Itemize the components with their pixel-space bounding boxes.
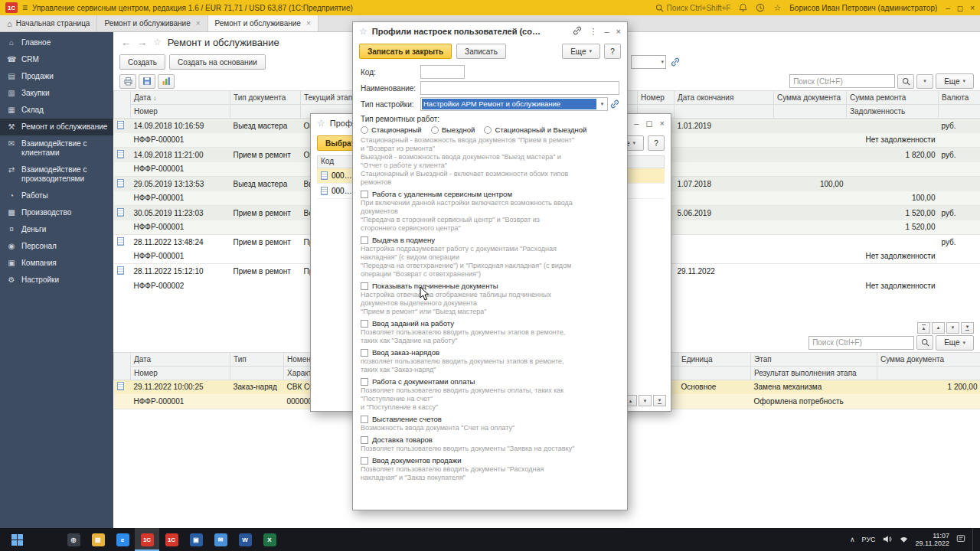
- subordinate-docs-checkbox[interactable]: Показывать подчиненные документы: [361, 282, 619, 290]
- remote-service-checkbox[interactable]: Работа с удаленным сервисным центром: [361, 190, 619, 198]
- more-button[interactable]: Еще▾: [562, 44, 600, 59]
- column-header-end-date[interactable]: Дата окончания: [675, 91, 774, 105]
- user-name[interactable]: Борисов Иван Петрович (администратор): [789, 4, 937, 12]
- next-page-button[interactable]: ▼: [946, 322, 959, 334]
- taskbar-app-explorer[interactable]: ▤: [86, 528, 110, 551]
- sidebar-item-settings[interactable]: ⚙ Настройки: [0, 272, 113, 289]
- search-button[interactable]: [897, 74, 914, 89]
- back-arrow-button[interactable]: ←: [121, 37, 131, 48]
- column-header-date[interactable]: Дата ↓: [131, 91, 230, 105]
- main-menu-icon[interactable]: ≡: [22, 2, 28, 13]
- close-button[interactable]: ×: [616, 27, 621, 36]
- sidebar-item-works[interactable]: ◔ Работы: [0, 187, 113, 204]
- notifications-icon[interactable]: [956, 534, 965, 545]
- sidebar-item-client-interaction[interactable]: ✉ Взаимодействие с клиентами: [0, 135, 113, 161]
- column-header-doc-sum[interactable]: Сумма документа: [774, 91, 847, 105]
- tray-chevron-icon[interactable]: ∧: [850, 536, 855, 543]
- sidebar-item-money[interactable]: ¤ Деньги: [0, 221, 113, 238]
- substitution-checkbox[interactable]: Выдача в подмену: [361, 236, 619, 244]
- taskbar-app-1c[interactable]: 1С: [135, 528, 159, 551]
- sidebar-item-sales[interactable]: ▤ Продажи: [0, 68, 113, 85]
- notifications-bell-icon[interactable]: [739, 3, 747, 12]
- get-link-icon[interactable]: [573, 26, 582, 37]
- tab-home[interactable]: ⌂ Начальная страница: [0, 15, 97, 31]
- favorites-star-icon[interactable]: ☆: [773, 3, 781, 13]
- sub-search-input[interactable]: [808, 336, 914, 350]
- volume-icon[interactable]: [883, 535, 892, 545]
- code-input[interactable]: [420, 65, 465, 79]
- save-button[interactable]: [139, 74, 155, 89]
- kebab-menu-icon[interactable]: ⋮: [589, 27, 597, 37]
- show-desktop-button[interactable]: [972, 528, 976, 551]
- minimize-button[interactable]: –: [946, 4, 950, 12]
- work-tasks-checkbox[interactable]: Ввод заданий на работу: [361, 319, 619, 328]
- search-options-button[interactable]: ▾: [916, 74, 933, 89]
- clock[interactable]: 11:07 29.11.2022: [916, 532, 949, 547]
- sales-docs-checkbox[interactable]: Ввод документов продажи: [361, 456, 619, 465]
- close-button[interactable]: ×: [970, 4, 975, 12]
- close-icon[interactable]: ×: [196, 19, 201, 28]
- work-orders-checkbox[interactable]: Ввод заказ-нарядов: [361, 348, 619, 357]
- taskbar-app-search[interactable]: ◎: [61, 528, 86, 551]
- delivery-checkbox[interactable]: Доставка товаров: [361, 435, 619, 444]
- sidebar-item-manufacturer-interaction[interactable]: ⇄ Взаимодействие с производителями: [0, 161, 113, 187]
- close-button[interactable]: ×: [660, 119, 665, 128]
- save-and-close-button[interactable]: Записать и закрыть: [359, 44, 452, 59]
- invoicing-checkbox[interactable]: Выставление счетов: [361, 415, 619, 423]
- column-header-stage[interactable]: Этап: [751, 352, 877, 366]
- first-page-button[interactable]: ▲: [917, 322, 930, 334]
- search-button[interactable]: [916, 335, 933, 350]
- maximize-button[interactable]: ◻: [645, 119, 652, 129]
- both-radio[interactable]: Стационарный и Выездной: [484, 126, 586, 134]
- column-header-unit[interactable]: Единица: [678, 352, 751, 366]
- more-button[interactable]: Еще▾: [936, 335, 974, 350]
- forward-arrow-button[interactable]: →: [137, 37, 147, 48]
- print-button[interactable]: [119, 74, 136, 89]
- name-input[interactable]: [420, 81, 619, 95]
- last-page-button[interactable]: ▼: [961, 322, 974, 334]
- stationary-radio[interactable]: Стационарный: [361, 126, 422, 134]
- sidebar-item-production[interactable]: ▩ Производство: [0, 204, 113, 221]
- taskbar-app-store[interactable]: ▣: [184, 528, 208, 551]
- filter-combo[interactable]: ▾: [631, 55, 680, 69]
- favorite-star-icon[interactable]: ☆: [153, 37, 162, 47]
- sidebar-item-main[interactable]: ⌂ Главное: [0, 34, 113, 51]
- prev-page-button[interactable]: ▲: [932, 322, 945, 334]
- last-page-button[interactable]: ▼: [653, 395, 666, 406]
- favorite-star-icon[interactable]: ☆: [359, 26, 368, 37]
- payment-docs-checkbox[interactable]: Работа с документами оплаты: [361, 377, 619, 386]
- onsite-radio[interactable]: Выездной: [431, 126, 475, 134]
- tab-repair-1[interactable]: Ремонт и обслуживание ×: [97, 15, 207, 31]
- sidebar-item-company[interactable]: ▣ Компания: [0, 255, 113, 272]
- column-header-sum[interactable]: Сумма документа: [877, 352, 980, 366]
- favorite-star-icon[interactable]: ☆: [317, 118, 325, 129]
- sidebar-item-crm[interactable]: ☎ CRM: [0, 51, 113, 68]
- taskbar-app-edge[interactable]: e: [110, 528, 135, 551]
- taskbar-app-mail[interactable]: ✉: [208, 528, 233, 551]
- create-based-button[interactable]: Создать на основании: [169, 54, 266, 70]
- report-button[interactable]: [158, 74, 175, 89]
- help-button[interactable]: ?: [648, 135, 665, 151]
- create-button[interactable]: Создать: [119, 54, 165, 70]
- taskbar-app-sheets[interactable]: X: [257, 528, 282, 551]
- next-page-button[interactable]: ▼: [639, 395, 652, 406]
- taskbar-app-1c-2[interactable]: 1С: [159, 528, 184, 551]
- sidebar-item-warehouse[interactable]: ▦ Склад: [0, 102, 113, 119]
- column-header-number[interactable]: Номер: [638, 91, 675, 105]
- column-header-date[interactable]: Дата: [131, 352, 230, 366]
- column-header-doc-type[interactable]: Тип документа: [230, 91, 301, 105]
- open-link-icon[interactable]: [671, 57, 680, 67]
- sidebar-item-purchases[interactable]: ▥ Закупки: [0, 85, 113, 102]
- close-icon[interactable]: ×: [306, 19, 311, 28]
- save-button[interactable]: Записать: [456, 44, 506, 59]
- minimize-button[interactable]: –: [604, 27, 609, 36]
- chevron-down-icon[interactable]: ▾: [661, 59, 664, 65]
- open-link-icon[interactable]: [610, 99, 619, 109]
- start-button[interactable]: [0, 528, 34, 551]
- column-header-currency[interactable]: Валюта: [939, 91, 980, 105]
- column-header-type[interactable]: Тип: [230, 352, 284, 366]
- history-clock-icon[interactable]: [756, 3, 765, 12]
- global-search[interactable]: Поиск Ctrl+Shift+F: [655, 4, 731, 12]
- help-button[interactable]: ?: [604, 44, 621, 59]
- language-indicator[interactable]: РУС: [862, 536, 876, 543]
